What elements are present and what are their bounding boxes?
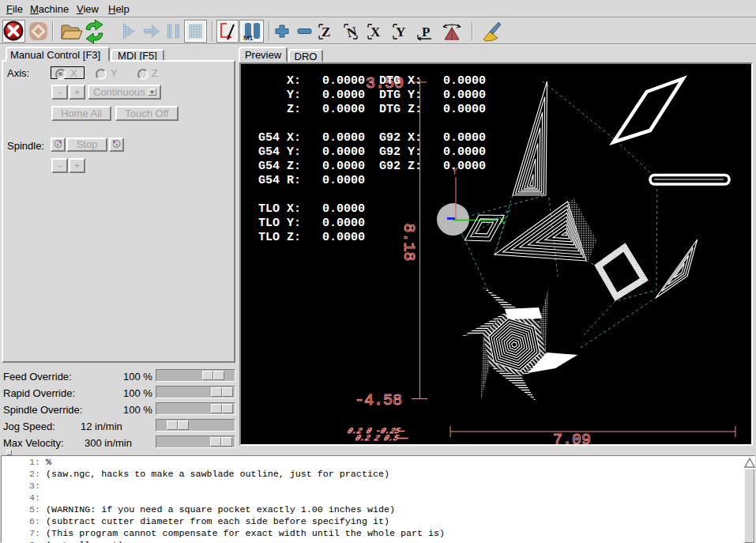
svg-text:Z: 0.0000 DTG Z: 0.0000: Z: 0.0000 DTG Z: 0.0000 — [258, 103, 486, 116]
svg-text:X: X — [370, 25, 381, 40]
svg-text:G54 Z: 0.0000 G92 Z: 0.00: G54 Z: 0.0000 G92 Z: 0.0000 — [258, 160, 486, 173]
svg-text:P: P — [422, 25, 430, 40]
svg-text:G54 R: 0.0000: G54 R: 0.0000 — [258, 174, 365, 187]
svg-text:TLO X: 0.0000: TLO X: 0.0000 — [258, 202, 365, 216]
svg-text:Y: 0.0000 DTG Y: 0.0000: Y: 0.0000 DTG Y: 0.0000 — [258, 89, 486, 102]
svg-text:-4.58: -4.58 — [355, 391, 402, 409]
svg-text:G54 Y: 0.0000 G92 Y: 0.00: G54 Y: 0.0000 G92 Y: 0.0000 — [258, 145, 486, 159]
svg-text:8.18: 8.18 — [400, 223, 418, 261]
svg-text:G54 X: 0.0000 G92 X: 0.00: G54 X: 0.0000 G92 X: 0.0000 — [258, 131, 486, 145]
svg-text:0.2 2 0.5——: 0.2 2 0.5—— — [353, 434, 410, 443]
svg-text:X: 0.0000 DTG X: 0.0000: X: 0.0000 DTG X: 0.0000 — [258, 74, 486, 88]
svg-text:Y: Y — [396, 25, 405, 40]
svg-text:Z: Z — [322, 25, 330, 40]
svg-text:M1: M1 — [243, 34, 254, 42]
svg-text:7.09: 7.09 — [553, 431, 591, 444]
svg-text:TLO Y: 0.0000: TLO Y: 0.0000 — [258, 217, 365, 230]
svg-text:TLO Z: 0.0000: TLO Z: 0.0000 — [258, 231, 365, 244]
